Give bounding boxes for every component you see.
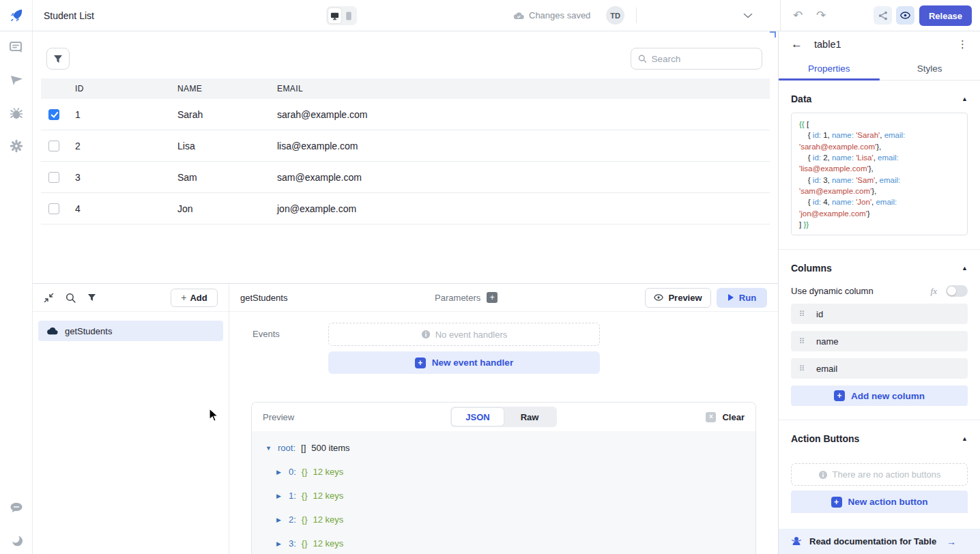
back-icon[interactable]: ← <box>791 38 803 51</box>
fx-icon[interactable]: fx <box>931 286 937 297</box>
add-new-column-button[interactable]: + Add new column <box>791 385 968 406</box>
code-token: 'jon@example.com' <box>799 209 867 218</box>
columns-list: ⠿ id ⠿ name ⠿ email <box>791 304 968 379</box>
caret-right-icon[interactable]: ▶ <box>276 540 283 547</box>
theme-toggle-icon[interactable] <box>8 532 25 549</box>
tree-key: root: <box>278 443 296 453</box>
table-filter-button[interactable] <box>46 48 70 70</box>
preview-panel-header: Preview JSON Raw × Clear <box>252 403 755 431</box>
table-data-code-editor[interactable]: {{ [ { id: 1, name: 'Sarah', email: 'sar… <box>791 113 968 235</box>
row-checkbox[interactable] <box>48 141 59 151</box>
docs-person-icon <box>791 536 802 546</box>
inspector-tabs: Properties Styles <box>779 57 980 81</box>
table-row[interactable]: 4 Jon jon@example.com <box>41 193 770 224</box>
column-list-item[interactable]: ⠿ id <box>791 304 968 324</box>
drag-handle-icon[interactable]: ⠿ <box>799 337 805 346</box>
column-list-item[interactable]: ⠿ email <box>791 358 968 379</box>
collapse-caret-icon[interactable]: ▲ <box>962 96 968 102</box>
inspector-header: ← table1 ⋮ <box>779 31 980 57</box>
table-search-input[interactable] <box>651 54 755 64</box>
data-section-header[interactable]: Data ▲ <box>791 93 968 104</box>
drag-handle-icon[interactable]: ⠿ <box>799 364 805 373</box>
desktop-view-button[interactable] <box>328 8 341 23</box>
caret-right-icon[interactable]: ▶ <box>276 516 283 523</box>
cell-email: jon@example.com <box>277 203 770 214</box>
version-chevron-button[interactable] <box>743 0 753 31</box>
tab-json[interactable]: JSON <box>452 408 504 426</box>
app-preview-button[interactable] <box>896 6 914 25</box>
device-preview-toggle[interactable] <box>326 6 357 25</box>
tab-properties[interactable]: Properties <box>779 57 880 80</box>
eye-icon <box>900 12 910 19</box>
code-token: email: <box>884 131 906 139</box>
collapse-caret-icon[interactable]: ▲ <box>962 435 968 442</box>
run-query-button[interactable]: Run <box>717 288 767 308</box>
new-event-handler-button[interactable]: + New event handler <box>328 351 600 374</box>
add-parameter-button[interactable]: + <box>487 292 498 303</box>
row-checkbox[interactable] <box>48 172 59 183</box>
action-buttons-section-header[interactable]: Action Buttons ▲ <box>791 433 968 444</box>
parameters-label: Parameters <box>435 293 480 303</box>
share-button[interactable] <box>874 6 892 25</box>
add-query-button[interactable]: + Add <box>171 289 218 307</box>
table-row[interactable]: 3 Sam sam@example.com <box>41 162 770 193</box>
column-header-name[interactable]: NAME <box>177 84 277 93</box>
column-item-label: id <box>816 309 823 319</box>
column-header-id[interactable]: ID <box>75 84 177 93</box>
caret-right-icon[interactable]: ▶ <box>276 493 283 499</box>
redo-button[interactable]: ↷ <box>816 0 826 31</box>
release-button[interactable]: Release <box>919 5 972 26</box>
drag-handle-icon[interactable]: ⠿ <box>799 310 805 319</box>
query-preview-button[interactable]: Preview <box>645 288 711 308</box>
deploy-rail-icon[interactable] <box>8 72 25 89</box>
app-logo[interactable] <box>0 0 33 31</box>
row-checkbox[interactable] <box>48 109 59 120</box>
debug-rail-icon[interactable] <box>8 106 25 122</box>
json-tree-item-row[interactable]: ▶ 2: {} 12 keys <box>265 513 742 526</box>
caret-right-icon[interactable]: ▶ <box>276 469 283 476</box>
json-tree-item-row[interactable]: ▶ 0: {} 12 keys <box>265 465 742 478</box>
search-queries-icon[interactable] <box>66 293 76 303</box>
user-avatar[interactable]: TD <box>606 6 624 25</box>
table-row[interactable]: 1 Sarah sarah@example.com <box>41 99 770 130</box>
tab-raw[interactable]: Raw <box>504 408 556 426</box>
query-list-item[interactable]: getStudents <box>38 321 223 341</box>
json-tree-items: ▶ 0: {} 12 keys ▶ 1: {} 12 keys <box>265 465 742 550</box>
column-header-email[interactable]: EMAIL <box>277 84 770 93</box>
mobile-view-button[interactable] <box>343 8 356 23</box>
query-editor-title[interactable]: getStudents <box>240 293 287 303</box>
filter-queries-icon[interactable] <box>87 293 96 302</box>
action-buttons-title: Action Buttons <box>791 433 859 444</box>
code-token: 'Sam' <box>856 176 875 184</box>
code-token: email: <box>876 198 897 206</box>
tab-styles[interactable]: Styles <box>880 57 980 80</box>
dynamic-column-toggle[interactable] <box>946 285 968 297</box>
code-token: 'Lisa' <box>856 154 874 162</box>
json-tree-item-row[interactable]: ▶ 3: {} 12 keys <box>265 537 742 550</box>
undo-button[interactable]: ↶ <box>793 0 803 31</box>
documentation-link[interactable]: Read documentation for Table → <box>779 529 980 554</box>
canvas-resize-handle[interactable] <box>770 31 776 38</box>
new-action-button[interactable]: + New action button <box>791 491 968 513</box>
columns-section-header[interactable]: Columns ▲ <box>791 263 968 274</box>
table-row[interactable]: 2 Lisa lisa@example.com <box>41 130 770 162</box>
rest-api-cloud-icon <box>46 327 58 335</box>
kebab-menu-icon[interactable]: ⋮ <box>957 38 968 50</box>
column-list-item[interactable]: ⠿ name <box>791 331 968 351</box>
code-token: }} <box>803 220 809 229</box>
collapse-panel-icon[interactable] <box>44 293 54 303</box>
widget-name[interactable]: table1 <box>814 39 841 50</box>
widgets-panel-icon[interactable] <box>8 40 25 56</box>
json-tree-item-row[interactable]: ▶ 1: {} 12 keys <box>265 489 742 502</box>
table-search[interactable] <box>631 48 762 70</box>
caret-down-icon[interactable]: ▼ <box>265 445 272 452</box>
collapse-caret-icon[interactable]: ▲ <box>962 265 968 272</box>
settings-rail-icon[interactable] <box>8 138 25 154</box>
help-chat-icon[interactable] <box>8 499 25 516</box>
app-canvas[interactable]: ID NAME EMAIL 1 Sarah sarah@example.com <box>33 31 778 283</box>
json-tree-root-row[interactable]: ▼ root: [] 500 items <box>265 441 742 454</box>
clear-response-button[interactable]: × Clear <box>706 412 745 422</box>
row-checkbox[interactable] <box>48 203 59 214</box>
chevron-down-icon <box>743 13 753 18</box>
toggle-knob <box>947 287 956 295</box>
